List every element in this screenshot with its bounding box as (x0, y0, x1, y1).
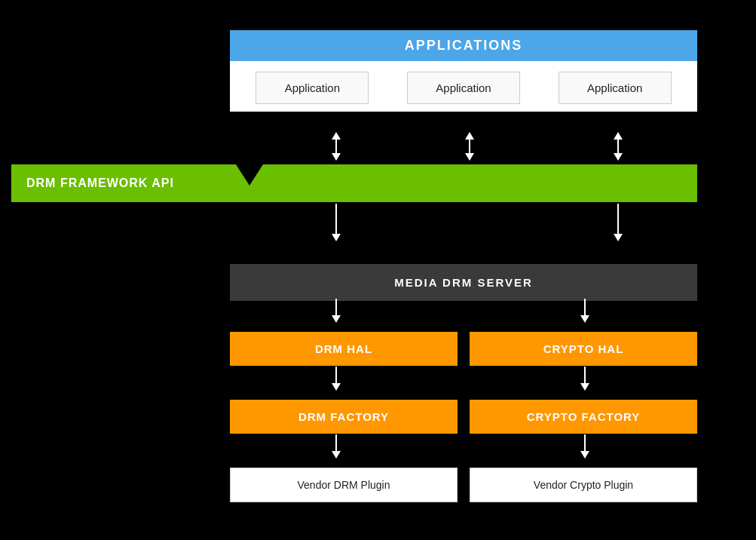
arrow-app1 (332, 132, 341, 161)
drm-hal-box: DRM HAL (230, 332, 458, 366)
drm-framework-label: DRM FRAMEWORK API (26, 176, 174, 190)
vendor-drm-plugin-box: Vendor DRM Plugin (230, 468, 458, 502)
hal-row: DRM HAL CRYPTO HAL (230, 332, 697, 366)
applications-header: APPLICATIONS (230, 30, 697, 61)
crypto-hal-box: CRYPTO HAL (470, 332, 697, 366)
vendor-crypto-plugin-box: Vendor Crypto Plugin (470, 468, 697, 502)
arrow-server1 (332, 299, 341, 323)
drm-framework-block: DRM FRAMEWORK API (11, 164, 697, 202)
crypto-factory-box: CRYPTO FACTORY (470, 400, 697, 434)
drm-factory-box: DRM FACTORY (230, 400, 458, 434)
applications-block: APPLICATIONS Application Application App… (230, 30, 697, 112)
vendor-row: Vendor DRM Plugin Vendor Crypto Plugin (230, 468, 697, 502)
arrow-factory2 (580, 434, 589, 459)
applications-body: Application Application Application (230, 61, 697, 112)
media-drm-server-block: MEDIA DRM SERVER (230, 264, 697, 301)
arrow-fw1 (332, 204, 341, 241)
app-box-1: Application (256, 72, 369, 104)
arrow-hal2 (580, 367, 589, 391)
arrow-fw2 (614, 204, 623, 241)
factory-row: DRM FACTORY CRYPTO FACTORY (230, 400, 697, 434)
diagram-container: APPLICATIONS Application Application App… (8, 15, 748, 532)
arrow-hal1 (332, 367, 341, 391)
app-box-2: Application (407, 72, 520, 104)
arrow-server2 (580, 299, 589, 323)
arrow-app2 (465, 132, 474, 161)
arrow-factory1 (332, 434, 341, 459)
media-drm-server-label: MEDIA DRM SERVER (394, 276, 533, 289)
arrow-app3 (614, 132, 623, 161)
app-box-3: Application (559, 72, 672, 104)
